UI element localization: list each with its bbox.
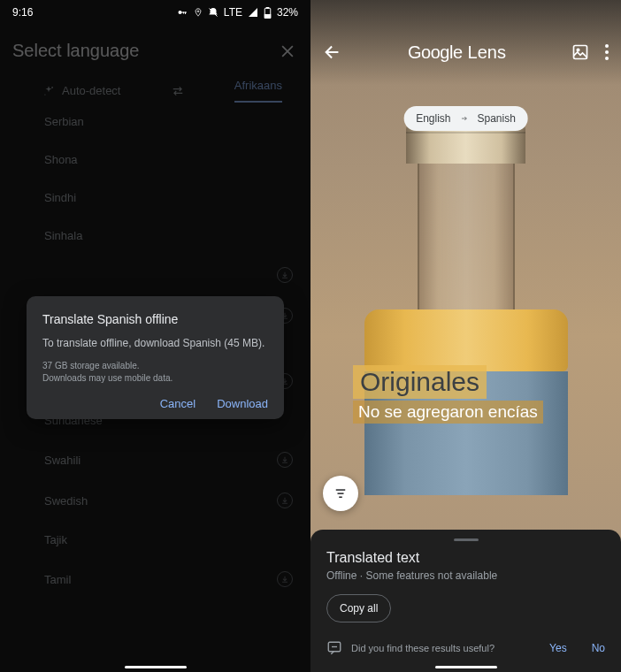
- svg-point-12: [44, 94, 45, 95]
- svg-rect-18: [336, 489, 346, 490]
- language-item[interactable]: Tamil: [44, 559, 310, 599]
- gallery-icon[interactable]: [571, 43, 589, 61]
- signal-icon: [248, 7, 258, 18]
- svg-rect-19: [338, 493, 344, 493]
- svg-point-4: [197, 11, 199, 12]
- dialog-actions: Cancel Download: [42, 397, 268, 410]
- status-icons: LTE 32%: [176, 6, 298, 19]
- overlay-line-1[interactable]: Originales: [353, 365, 487, 399]
- language-label: Tamil: [44, 573, 71, 586]
- offline-download-dialog: Translate Spanish offline To translate o…: [27, 296, 284, 419]
- language-item[interactable]: Swedish: [44, 480, 310, 521]
- feedback-yes-button[interactable]: Yes: [549, 642, 567, 654]
- status-time: 9:16: [12, 6, 33, 19]
- tab-auto-label: Auto-detect: [62, 84, 121, 97]
- lens-topbar: Google Lens: [310, 0, 621, 85]
- feedback-row: Did you find these results useful? Yes N…: [326, 635, 605, 665]
- feedback-question: Did you find these results useful?: [351, 643, 525, 653]
- bottle-subject: [364, 124, 568, 495]
- svg-rect-7: [266, 7, 269, 8]
- svg-point-14: [577, 49, 579, 51]
- svg-point-15: [605, 44, 609, 48]
- translated-overlay: Originales No se agregaron encías: [353, 365, 543, 424]
- more-icon[interactable]: [605, 44, 609, 60]
- tab-active[interactable]: Afrikaans: [234, 79, 282, 103]
- location-icon: [194, 7, 203, 18]
- dialog-body: To translate offline, download Spanish (…: [42, 337, 268, 349]
- page-title: Select language: [12, 41, 139, 61]
- feedback-icon: [326, 640, 342, 656]
- language-label: Swedish: [44, 494, 88, 508]
- dialog-title: Translate Spanish offline: [42, 312, 268, 326]
- arrow-right-icon: [457, 115, 470, 122]
- battery-label: 32%: [277, 6, 298, 19]
- chip-to: Spanish: [477, 112, 515, 125]
- svg-rect-13: [574, 46, 587, 59]
- svg-point-17: [605, 57, 609, 60]
- nav-handle[interactable]: [435, 666, 497, 668]
- svg-rect-3: [183, 12, 184, 14]
- google-lens-logo: Google Lens: [408, 42, 506, 63]
- filter-icon: [333, 487, 349, 500]
- network-label: LTE: [224, 6, 242, 19]
- svg-point-16: [605, 50, 609, 54]
- sheet-title: Translated text: [326, 550, 605, 566]
- nav-handle[interactable]: [125, 666, 187, 668]
- language-label: Sindhi: [44, 191, 76, 204]
- cancel-button[interactable]: Cancel: [160, 397, 196, 410]
- language-label: Shona: [44, 153, 78, 166]
- battery-icon: [264, 7, 272, 19]
- status-bar: 9:16 LTE 32%: [0, 0, 310, 25]
- close-icon[interactable]: [279, 42, 296, 60]
- translate-language-chip[interactable]: English Spanish: [403, 106, 528, 131]
- back-icon[interactable]: [323, 42, 342, 62]
- chip-from: English: [416, 112, 450, 125]
- key-icon: [176, 7, 188, 18]
- swap-icon[interactable]: [170, 85, 186, 97]
- language-item[interactable]: Tajik: [44, 521, 310, 559]
- language-item[interactable]: Swahili: [44, 439, 310, 480]
- download-icon[interactable]: [277, 267, 293, 283]
- google-lens-screen: Google Lens English Spanish Originales N…: [310, 0, 621, 672]
- feedback-no-button[interactable]: No: [592, 642, 605, 654]
- header: Select language: [0, 25, 310, 72]
- language-label: Swahili: [44, 454, 80, 467]
- dnd-icon: [208, 7, 218, 18]
- translated-text-sheet[interactable]: Translated text Offline · Some features …: [310, 530, 621, 672]
- language-item[interactable]: Sinhala: [44, 217, 310, 255]
- overlay-line-2[interactable]: No se agregaron encías: [353, 401, 543, 424]
- language-item[interactable]: Sindhi: [44, 179, 310, 217]
- dialog-meta: 37 GB storage available. Downloads may u…: [42, 360, 268, 385]
- sheet-subtitle: Offline · Some features not available: [326, 569, 605, 582]
- download-icon[interactable]: [277, 452, 293, 468]
- download-button[interactable]: Download: [217, 397, 268, 410]
- svg-rect-8: [264, 14, 271, 18]
- svg-rect-20: [339, 497, 342, 498]
- language-tabs: Auto-detect Afrikaans: [0, 72, 310, 103]
- sparkle-icon: [42, 85, 55, 97]
- language-label: Tajik: [44, 533, 67, 546]
- language-label: Sinhala: [44, 229, 82, 242]
- copy-all-button[interactable]: Copy all: [326, 594, 391, 622]
- language-item[interactable]: Shona: [44, 141, 310, 179]
- download-icon[interactable]: [277, 493, 293, 508]
- language-item[interactable]: Serbian: [44, 103, 310, 141]
- language-item[interactable]: [44, 255, 310, 295]
- tab-auto-detect[interactable]: Auto-detect: [42, 84, 121, 97]
- filter-fab[interactable]: [323, 476, 358, 511]
- translate-language-screen: 9:16 LTE 32% Select language Auto-detect…: [0, 0, 310, 672]
- sheet-handle[interactable]: [454, 538, 479, 541]
- language-label: Serbian: [44, 115, 84, 128]
- svg-point-11: [51, 87, 53, 88]
- download-icon[interactable]: [277, 571, 293, 587]
- svg-rect-2: [185, 12, 186, 15]
